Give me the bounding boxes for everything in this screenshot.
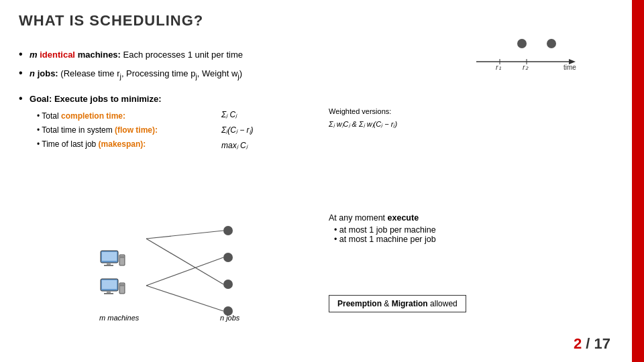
- machine-icon-2: [99, 278, 126, 303]
- sub-bullet-completion: • Total completion time:: [37, 109, 125, 121]
- dot-r1: [517, 39, 527, 48]
- svg-point-11: [223, 226, 233, 235]
- svg-rect-24: [104, 293, 113, 294]
- svg-rect-22: [102, 280, 117, 289]
- svg-point-12: [223, 253, 233, 262]
- accent-bar: [632, 0, 644, 362]
- preemption-label: allowed: [430, 299, 458, 308]
- svg-rect-16: [102, 252, 117, 261]
- svg-text:r₁: r₁: [496, 63, 501, 71]
- page-separator: /: [586, 335, 594, 352]
- timeline-dots: [470, 39, 604, 48]
- timeline-axis: r₁ r₂ time: [470, 52, 577, 71]
- svg-line-7: [146, 231, 223, 239]
- page-number: 2 / 17: [574, 335, 610, 353]
- page-title: WHAT IS SCHEDULING?: [19, 12, 203, 29]
- formula-3: maxⱼ Cⱼ: [221, 138, 254, 154]
- svg-line-10: [146, 286, 223, 311]
- jobs-bullet: • n jobs: (Release time rj, Processing t…: [19, 67, 242, 80]
- bullet-dot-jobs: •: [19, 67, 23, 78]
- m-machines-label: m machines: [99, 314, 139, 322]
- svg-text:r₂: r₂: [523, 63, 529, 71]
- execute-info: At any moment execute • at most 1 job pe…: [329, 213, 436, 244]
- svg-rect-23: [107, 291, 111, 293]
- svg-rect-26: [120, 284, 124, 286]
- page-total: 17: [594, 335, 610, 352]
- formulas-area: Σⱼ Cⱼ Σⱼ(Cⱼ − rⱼ) maxⱼ Cⱼ: [221, 107, 254, 153]
- machines-bullet: • m identical machines: Each processes 1…: [19, 48, 243, 60]
- sub-bullet-makespan: • Time of last job (makespan):: [37, 137, 146, 149]
- machine-icon-1: [99, 249, 126, 275]
- preemption-box: Preemption & Migration allowed: [329, 295, 466, 312]
- formula-2: Σⱼ(Cⱼ − rⱼ): [221, 123, 254, 138]
- bullet-dot: •: [19, 48, 23, 60]
- n-jobs-label: n jobs: [220, 314, 239, 322]
- svg-rect-20: [120, 256, 124, 258]
- weighted-area: Weighted versions: Σⱼ wⱼCⱼ & Σⱼ wⱼ(Cⱼ − …: [329, 105, 397, 130]
- weighted-title: Weighted versions:: [329, 105, 397, 118]
- svg-text:time: time: [564, 64, 576, 71]
- timeline-diagram: r₁ r₂ time: [470, 39, 604, 74]
- formula-1: Σⱼ Cⱼ: [221, 107, 254, 123]
- page-current: 2: [574, 335, 582, 352]
- dot-r2: [547, 39, 556, 48]
- weighted-line: Σⱼ wⱼCⱼ & Σⱼ wⱼ(Cⱼ − rⱼ): [329, 118, 397, 131]
- svg-rect-18: [104, 265, 113, 266]
- goal-bullet: • Goal: Execute jobs to minimize:: [19, 93, 162, 105]
- execute-bullet-1: at most 1 job per machine: [339, 225, 436, 235]
- execute-bullet-2: at most 1 machine per job: [339, 235, 436, 244]
- sub-bullet-flow: • Total time in system (flow time):: [37, 123, 158, 135]
- svg-rect-17: [107, 263, 111, 265]
- svg-point-13: [223, 280, 233, 289]
